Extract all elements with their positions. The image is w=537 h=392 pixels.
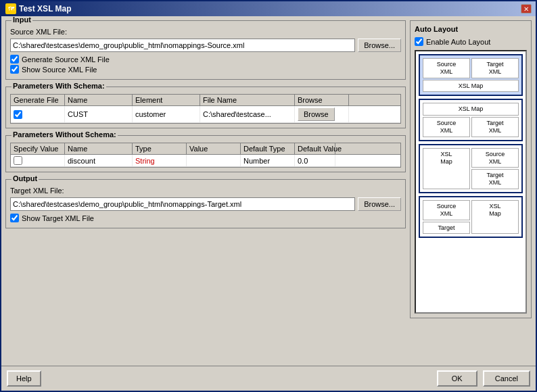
row-generate-checkbox[interactable] xyxy=(14,110,22,119)
source-xml-label: Source XML File: xyxy=(10,28,67,36)
layout-option-2[interactable]: XSL Map SourceXML TargetXML xyxy=(419,99,523,141)
cell-specify xyxy=(11,155,65,166)
params-noschema-table: Specify Value Name Type Value Default Ty… xyxy=(10,143,401,168)
show-source-checkbox[interactable] xyxy=(10,65,19,74)
help-button[interactable]: Help xyxy=(7,370,41,387)
layout-cell-source-xml-4: SourceXML xyxy=(423,200,470,220)
show-target-checkbox[interactable] xyxy=(10,214,19,222)
output-group: Output Target XML File: Browse... Show T… xyxy=(5,179,406,228)
params-noschema-title: Parameters Without Schema: xyxy=(11,130,118,139)
layout-cell-xslmap-2: XSL Map xyxy=(423,103,519,116)
params-schema-group: Parameters With Schema: Generate File Na… xyxy=(5,87,406,128)
source-xml-input-row: Browse... xyxy=(10,39,401,52)
header-filename: File Name xyxy=(200,95,295,105)
header-browse: Browse xyxy=(295,95,349,105)
cell-name: CUST xyxy=(65,106,133,122)
table-row: discount String Number 0.0 xyxy=(11,155,400,167)
layout-grid-3: XSLMap SourceXML TargetXML xyxy=(423,148,519,189)
cancel-button[interactable]: Cancel xyxy=(483,370,530,387)
cell-value xyxy=(187,155,241,166)
layout-grid-1: SourceXML TargetXML XSL Map xyxy=(423,58,519,92)
layout-cell-target-4: Target xyxy=(423,222,470,235)
layout-cell-xslmap-4: XSLMap xyxy=(471,200,519,234)
header-deftype: Default Type xyxy=(241,143,295,154)
generate-source-row: Generate Source XML File xyxy=(10,55,401,64)
cell-defvalue: 0.0 xyxy=(295,155,335,166)
target-browse-button[interactable]: Browse... xyxy=(358,197,401,211)
layout-cell-target-xml-1: TargetXML xyxy=(471,58,519,78)
params-noschema-group: Parameters Without Schema: Specify Value… xyxy=(5,135,406,172)
left-panel: Input Source XML File: Browse... Generat… xyxy=(5,20,406,362)
source-xml-input[interactable] xyxy=(10,39,355,52)
layout-scroll-area[interactable]: SourceXML TargetXML XSL Map XSL Map Sour… xyxy=(415,50,527,314)
cell-deftype: Number xyxy=(241,155,295,166)
window-title: Test XSL Map xyxy=(19,4,72,14)
show-source-label: Show Source XML File xyxy=(22,66,97,74)
title-bar: 🗺 Test XSL Map ✕ xyxy=(1,1,536,16)
title-bar-left: 🗺 Test XSL Map xyxy=(5,3,72,14)
layout-cell-source-xml-2: SourceXML xyxy=(423,117,470,137)
bottom-right-buttons: OK Cancel xyxy=(437,370,530,387)
cell-browse: Browse xyxy=(295,106,349,122)
params-schema-content: Generate File Name Element File Name Bro… xyxy=(10,94,401,124)
cell-element: customer xyxy=(133,106,200,122)
params-schema-header: Generate File Name Element File Name Bro… xyxy=(11,95,400,106)
auto-layout-title: Auto Layout xyxy=(415,25,527,33)
row-browse-button[interactable]: Browse xyxy=(298,107,335,121)
header-defvalue: Default Value xyxy=(295,143,335,154)
auto-layout-section: Auto Layout Enable Auto Layout SourceXML… xyxy=(410,20,532,318)
target-xml-input[interactable] xyxy=(10,197,355,211)
enable-auto-layout-checkbox[interactable] xyxy=(415,37,423,46)
window-icon: 🗺 xyxy=(5,3,16,14)
layout-option-1[interactable]: SourceXML TargetXML XSL Map xyxy=(419,54,523,96)
enable-auto-layout-label: Enable Auto Layout xyxy=(426,38,490,46)
header-name2: Name xyxy=(65,143,133,154)
close-button[interactable]: ✕ xyxy=(521,4,532,14)
show-target-label: Show Target XML File xyxy=(22,214,94,222)
type-value: String xyxy=(135,157,155,165)
cell-filename: C:\shared\testcase... xyxy=(200,106,295,122)
layout-cell-source-xml-1: SourceXML xyxy=(423,58,470,78)
cell-generate xyxy=(11,106,65,122)
header-name: Name xyxy=(65,95,133,105)
header-element: Element xyxy=(133,95,200,105)
auto-layout-checkbox-row: Enable Auto Layout xyxy=(415,37,527,46)
cell-name2: discount xyxy=(65,155,133,166)
params-schema-table: Generate File Name Element File Name Bro… xyxy=(10,94,401,124)
show-target-row: Show Target XML File xyxy=(10,214,401,222)
layout-option-3[interactable]: XSLMap SourceXML TargetXML xyxy=(419,144,523,193)
source-browse-button[interactable]: Browse... xyxy=(358,39,401,52)
generate-source-checkbox[interactable] xyxy=(10,55,19,64)
header-specify: Specify Value xyxy=(11,143,65,154)
output-group-title: Output xyxy=(11,174,39,182)
right-panel: Auto Layout Enable Auto Layout SourceXML… xyxy=(410,20,532,362)
layout-cell-xslmap-3: XSLMap xyxy=(423,148,470,189)
output-group-content: Target XML File: Browse... Show Target X… xyxy=(10,187,401,222)
input-group-content: Source XML File: Browse... Generate Sour… xyxy=(10,28,401,74)
layout-option-4[interactable]: SourceXML XSLMap Target xyxy=(419,196,523,238)
header-type: Type xyxy=(133,143,187,154)
source-xml-row: Source XML File: xyxy=(10,28,401,36)
header-generate-file: Generate File xyxy=(11,95,65,105)
show-source-row: Show Source XML File xyxy=(10,65,401,74)
target-xml-input-row: Browse... xyxy=(10,197,401,211)
ok-button[interactable]: OK xyxy=(437,370,477,387)
main-window: 🗺 Test XSL Map ✕ Input Source XML File: … xyxy=(0,0,537,392)
layout-grid-4: SourceXML XSLMap Target xyxy=(423,200,519,234)
row-specify-checkbox[interactable] xyxy=(14,156,22,165)
cell-type: String xyxy=(133,155,187,166)
table-row: CUST customer C:\shared\testcase... Brow… xyxy=(11,106,400,123)
target-xml-row: Target XML File: xyxy=(10,187,401,195)
target-xml-label: Target XML File: xyxy=(10,187,64,195)
window-body: Input Source XML File: Browse... Generat… xyxy=(1,16,536,366)
params-schema-title: Parameters With Schema: xyxy=(11,82,106,90)
layout-grid-2: XSL Map SourceXML TargetXML xyxy=(423,103,519,137)
layout-cell-source-xml-3: SourceXML xyxy=(471,148,519,168)
input-group-title: Input xyxy=(11,16,32,24)
params-noschema-header: Specify Value Name Type Value Default Ty… xyxy=(11,143,400,155)
generate-source-label: Generate Source XML File xyxy=(22,55,110,64)
bottom-bar: Help OK Cancel xyxy=(1,366,536,391)
header-value: Value xyxy=(187,143,241,154)
layout-cell-target-xml-2: TargetXML xyxy=(471,117,519,137)
layout-cell-xslmap-1: XSL Map xyxy=(423,80,519,93)
